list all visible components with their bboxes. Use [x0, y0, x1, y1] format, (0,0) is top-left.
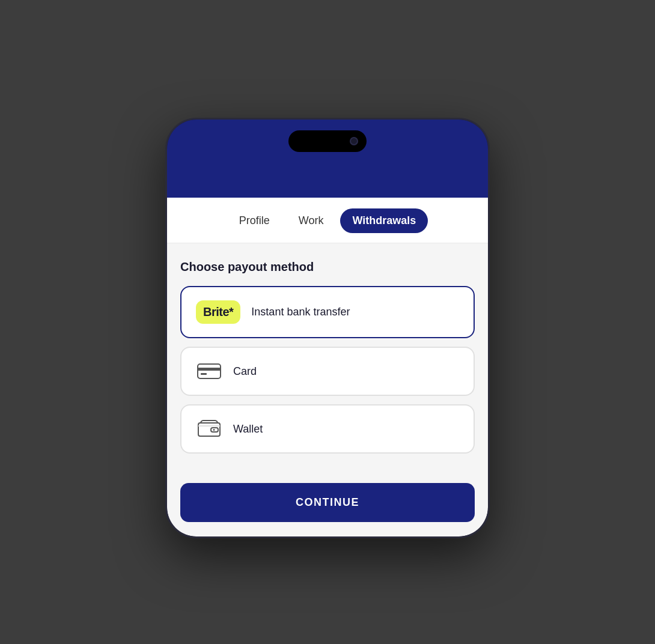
svg-rect-1	[198, 368, 221, 371]
phone-top	[167, 120, 488, 198]
phone-wrapper: Profile Work Withdrawals Choose payout m…	[159, 106, 496, 538]
phone-frame: Profile Work Withdrawals Choose payout m…	[165, 118, 490, 538]
card-label: Card	[233, 365, 257, 378]
brite-logo: Brite*	[196, 300, 240, 324]
svg-point-5	[213, 429, 215, 431]
section-title: Choose payout method	[180, 260, 475, 274]
card-icon	[196, 361, 222, 381]
tab-work[interactable]: Work	[287, 208, 336, 233]
tab-profile[interactable]: Profile	[227, 208, 282, 233]
payout-option-wallet[interactable]: Wallet	[180, 404, 475, 454]
svg-rect-3	[198, 423, 220, 436]
camera-dot	[350, 137, 358, 145]
wallet-icon	[196, 419, 222, 439]
svg-rect-0	[198, 364, 221, 378]
tabs-bar: Profile Work Withdrawals	[167, 198, 488, 243]
brite-label: Instant bank transfer	[251, 306, 350, 318]
payout-option-card[interactable]: Card	[180, 347, 475, 396]
wallet-label: Wallet	[233, 423, 263, 436]
continue-button[interactable]: CONTINUE	[180, 483, 475, 522]
payout-option-brite[interactable]: Brite* Instant bank transfer	[180, 286, 475, 338]
svg-rect-2	[201, 373, 207, 375]
content-area: Choose payout method Brite* Instant bank…	[167, 243, 488, 481]
tab-withdrawals[interactable]: Withdrawals	[340, 208, 428, 233]
phone-content: Profile Work Withdrawals Choose payout m…	[167, 198, 488, 536]
svg-rect-6	[198, 425, 220, 427]
dynamic-island	[288, 130, 367, 152]
